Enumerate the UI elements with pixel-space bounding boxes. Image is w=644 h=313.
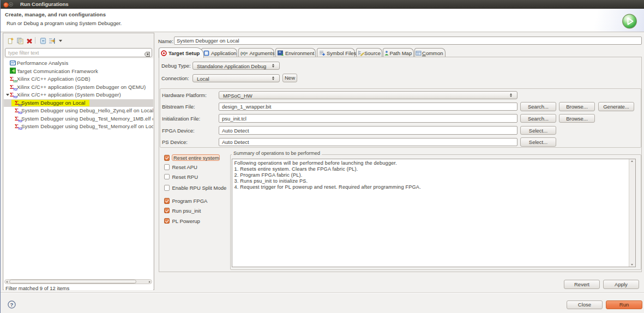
svg-text:(x)=: (x)= bbox=[240, 51, 248, 56]
svg-text:?: ? bbox=[10, 302, 14, 308]
